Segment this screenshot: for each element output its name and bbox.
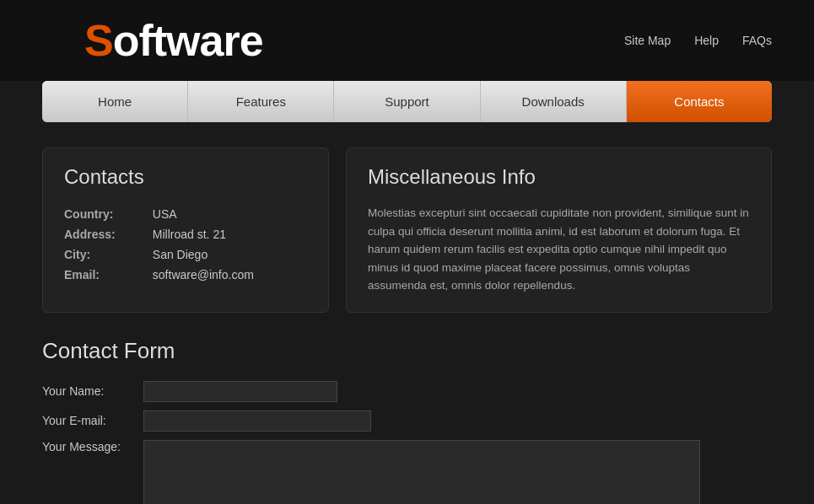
logo-s: S — [84, 16, 113, 65]
name-label: Your Name: — [42, 384, 143, 398]
email-input[interactable] — [143, 410, 371, 432]
message-textarea[interactable] — [143, 440, 700, 504]
info-panels: Contacts Country: USA Address: Millroad … — [42, 147, 772, 313]
contacts-panel: Contacts Country: USA Address: Millroad … — [42, 147, 329, 313]
tab-features[interactable]: Features — [188, 81, 334, 122]
help-link[interactable]: Help — [694, 34, 719, 47]
tab-contacts[interactable]: Contacts — [627, 81, 772, 122]
contact-row-country: Country: USA — [64, 204, 307, 224]
logo-text: oftware — [113, 16, 263, 65]
contact-form-section: Contact Form Your Name: Your E-mail: You… — [42, 338, 772, 504]
email-field-label: Your E-mail: — [42, 414, 143, 427]
contact-row-address: Address: Millroad st. 21 — [64, 224, 307, 244]
nav-bar: Home Features Support Downloads Contacts — [42, 81, 772, 122]
name-input[interactable] — [143, 381, 337, 402]
header-nav: Site Map Help FAQs — [624, 34, 772, 47]
contact-form-title: Contact Form — [42, 338, 772, 364]
tab-support[interactable]: Support — [334, 81, 480, 122]
misc-panel-title: Miscellaneous Info — [368, 165, 750, 189]
message-label: Your Message: — [42, 440, 143, 453]
tab-home[interactable]: Home — [42, 81, 188, 122]
main-content: Contacts Country: USA Address: Millroad … — [0, 122, 814, 504]
city-value: San Diego — [153, 244, 307, 265]
form-row-message: Your Message: — [42, 440, 772, 504]
misc-panel-text: Molestias excepturi sint occaecati cupid… — [368, 204, 750, 295]
country-value: USA — [153, 204, 307, 224]
logo: Software — [84, 15, 263, 66]
form-row-name: Your Name: — [42, 381, 772, 402]
email-value: software@info.com — [153, 265, 307, 285]
city-label: City: — [64, 244, 153, 265]
contacts-panel-title: Contacts — [64, 165, 307, 189]
misc-panel: Miscellaneous Info Molestias excepturi s… — [346, 147, 772, 313]
email-label: Email: — [64, 265, 153, 285]
site-map-link[interactable]: Site Map — [624, 34, 671, 47]
tab-downloads[interactable]: Downloads — [481, 81, 627, 122]
contact-row-city: City: San Diego — [64, 244, 307, 265]
contact-info: Country: USA Address: Millroad st. 21 Ci… — [64, 204, 307, 285]
contact-row-email: Email: software@info.com — [64, 265, 307, 285]
address-value: Millroad st. 21 — [153, 224, 307, 244]
header: Software Site Map Help FAQs — [0, 0, 814, 81]
country-label: Country: — [64, 204, 153, 224]
faqs-link[interactable]: FAQs — [742, 34, 772, 47]
form-row-email: Your E-mail: — [42, 410, 772, 432]
address-label: Address: — [64, 224, 153, 244]
